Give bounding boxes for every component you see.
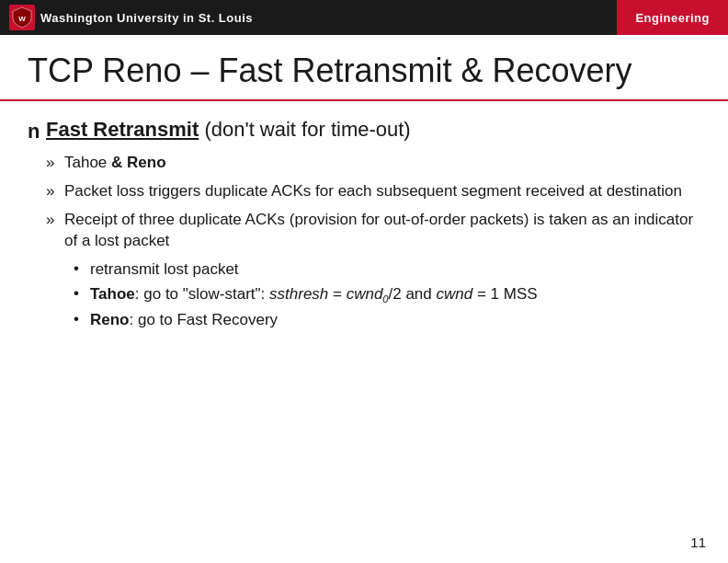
ssthresh-label: ssthresh [269, 285, 328, 303]
fast-retransmit-label: Fast Retransmit [46, 118, 199, 141]
detail-bullet-2: • Tahoe: go to "slow-start": ssthresh = … [28, 284, 700, 306]
slide-content: n Fast Retransmit (don't wait for time-o… [0, 112, 728, 344]
main-bullet: n Fast Retransmit (don't wait for time-o… [28, 118, 700, 144]
detail-bullet-2-text: Tahoe: go to "slow-start": ssthresh = cw… [90, 284, 538, 306]
sub-bullet-1-text: Tahoe & Reno [64, 153, 166, 174]
slide: W Washington University in St. Louis Eng… [0, 0, 728, 563]
reno-bold: Reno [90, 311, 130, 328]
university-name: Washington University in St. Louis [40, 11, 253, 25]
cwnd-label: cwnd0 [347, 285, 389, 303]
reno-label: & Reno [111, 154, 166, 171]
sub-bullet-2-text: Packet loss triggers duplicate ACKs for … [64, 181, 682, 202]
detail-bullet-1: • retransmit lost packet [28, 259, 700, 281]
engineering-badge: Engineering [617, 0, 728, 35]
sub-bullet-2: » Packet loss triggers duplicate ACKs fo… [28, 181, 700, 202]
svg-text:W: W [18, 15, 26, 23]
sub-bullet-1-marker: » [46, 154, 59, 172]
n-marker: n [28, 120, 40, 144]
tahoe-label: Tahoe [64, 154, 111, 171]
sub-bullet-3-text: Receipt of three duplicate ACKs (provisi… [64, 210, 700, 252]
detail-bullet-2-marker: • [74, 284, 83, 303]
detail-bullet-3: • Reno: go to Fast Recovery [28, 310, 700, 331]
detail-bullet-1-text: retransmit lost packet [90, 259, 239, 281]
cwnd2-label: cwnd [436, 285, 472, 303]
wustl-shield-icon: W [9, 5, 35, 30]
sub-bullet-1: » Tahoe & Reno [28, 153, 700, 174]
main-bullet-text: Fast Retransmit (don't wait for time-out… [46, 118, 411, 142]
wustl-logo: W Washington University in St. Louis [9, 5, 253, 30]
slide-title: TCP Reno – Fast Retransmit & Recovery [0, 35, 728, 101]
sub-bullet-2-marker: » [46, 182, 59, 201]
detail-bullet-3-text: Reno: go to Fast Recovery [90, 310, 278, 331]
sub-bullet-3-marker: » [46, 211, 59, 229]
detail-bullet-1-marker: • [74, 259, 83, 278]
page-number: 11 [690, 534, 706, 550]
detail-bullet-3-marker: • [74, 310, 83, 328]
tahoe-bold: Tahoe [90, 285, 135, 303]
top-bar: W Washington University in St. Louis Eng… [0, 0, 728, 35]
main-bullet-rest: (don't wait for time-out) [204, 118, 410, 141]
sub-bullet-3: » Receipt of three duplicate ACKs (provi… [28, 210, 700, 252]
